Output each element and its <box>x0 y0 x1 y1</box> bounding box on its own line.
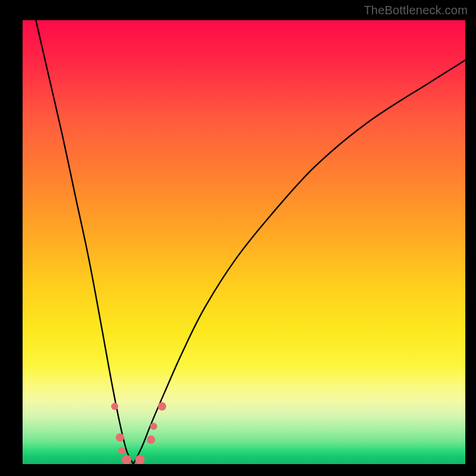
watermark-text: TheBottleneck.com <box>364 4 468 17</box>
chart-frame: TheBottleneck.com <box>0 0 476 476</box>
curve-marker <box>116 433 124 441</box>
curve-left-branch <box>36 20 133 464</box>
curve-marker <box>150 423 157 430</box>
curve-marker <box>158 402 166 411</box>
curve-marker <box>147 436 155 444</box>
chart-plot-area <box>23 20 465 464</box>
curve-marker <box>118 447 126 455</box>
curve-marker <box>135 455 145 464</box>
curve-right-branch <box>133 60 465 464</box>
curve-marker <box>111 403 118 410</box>
curve-marker <box>122 455 131 464</box>
chart-svg <box>23 20 465 464</box>
